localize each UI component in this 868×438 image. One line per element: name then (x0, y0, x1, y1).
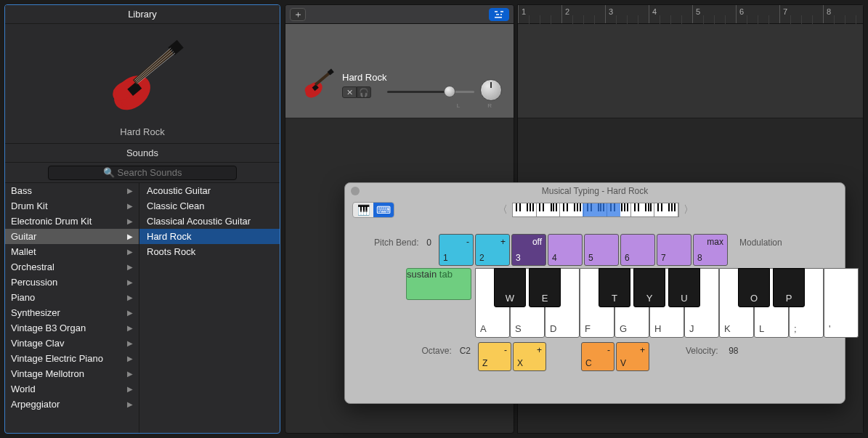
pitch-mod-key[interactable]: -1 (439, 234, 474, 266)
window-title: Musical Typing - Hard Rock (542, 186, 649, 196)
pitch-mod-key[interactable]: off3 (511, 234, 546, 266)
chevron-right-icon: ▶ (127, 214, 133, 229)
keyboard-view-button[interactable]: ⌨︎ (373, 203, 394, 217)
octave-label: Octave: (421, 346, 451, 356)
category-item[interactable]: Electronic Drum Kit▶ (5, 214, 139, 229)
category-item[interactable]: Drum Kit▶ (5, 198, 139, 214)
timeline-lane[interactable] (518, 24, 863, 118)
chevron-right-icon: ▶ (127, 229, 133, 244)
octave-velocity-keys: -Z+X-C+V (478, 342, 649, 371)
view-mode-segmented[interactable]: 🎹 ⌨︎ (352, 202, 394, 218)
piano-keyboard[interactable]: ASDFGHJKL;'WETYUOP (475, 268, 860, 338)
range-prev-button[interactable]: 〈 (498, 203, 508, 216)
preset-item[interactable]: Roots Rock (139, 244, 280, 259)
ruler-bar: 5 (692, 5, 700, 23)
track-toolbar: ＋ (285, 5, 514, 24)
category-item[interactable]: Mallet▶ (5, 244, 139, 259)
category-item[interactable]: Guitar▶ (5, 229, 139, 244)
pitch-mod-key[interactable]: +2 (475, 234, 510, 266)
category-item[interactable]: Vintage Mellotron▶ (5, 366, 139, 381)
pitch-mod-key[interactable]: 7 (657, 234, 691, 266)
chevron-right-icon: ▶ (127, 244, 133, 259)
preset-item[interactable]: Classic Clean (139, 198, 280, 214)
svg-line-6 (135, 49, 172, 81)
piano-view-button[interactable]: 🎹 (353, 203, 373, 217)
chevron-right-icon: ▶ (127, 366, 133, 381)
library-title: Library (5, 5, 280, 24)
black-key[interactable]: E (529, 268, 561, 307)
black-key[interactable]: T (599, 268, 630, 307)
category-item[interactable]: Vintage B3 Organ▶ (5, 320, 139, 336)
sounds-header: Sounds (5, 144, 280, 163)
ruler-bar: 4 (649, 5, 657, 23)
category-column[interactable]: Bass▶Drum Kit▶Electronic Drum Kit▶Guitar… (5, 183, 139, 433)
guitar-icon (88, 33, 197, 122)
black-key[interactable]: O (738, 268, 770, 307)
preset-item[interactable]: Classical Acoustic Guitar (139, 214, 280, 229)
svg-line-7 (137, 52, 174, 82)
sounds-search[interactable]: 🔍 Search Sounds (5, 163, 280, 183)
pan-lr-label: L R (457, 102, 505, 109)
svg-rect-3 (133, 47, 176, 84)
preset-item[interactable]: Acoustic Guitar (139, 183, 280, 198)
pitch-bend-value: 0 (426, 238, 431, 248)
pitch-mod-key[interactable]: max8 (693, 234, 728, 266)
ruler-bar: 1 (518, 5, 526, 23)
keyboard-range-nav: 〈 〉 (498, 203, 694, 217)
guitar-icon (296, 63, 339, 109)
category-item[interactable]: Percussion▶ (5, 275, 139, 290)
pitch-mod-key[interactable]: 4 (548, 234, 583, 266)
pan-knob[interactable] (480, 79, 502, 101)
sustain-key[interactable]: sustain tab (406, 268, 471, 300)
sustain-key-label: tab (439, 269, 453, 280)
window-titlebar[interactable]: Musical Typing - Hard Rock (345, 183, 845, 199)
ruler-bar: 2 (561, 5, 569, 23)
chevron-right-icon: ▶ (127, 275, 133, 290)
timeline-ruler[interactable]: 12345678 (518, 5, 863, 24)
pitch-mod-key[interactable]: 6 (620, 234, 655, 266)
category-item[interactable]: Vintage Clav▶ (5, 336, 139, 351)
chevron-right-icon: ▶ (127, 259, 133, 275)
modulation-label: Modulation (739, 238, 782, 248)
preset-column[interactable]: Acoustic GuitarClassic CleanClassical Ac… (139, 183, 280, 433)
black-key[interactable]: U (668, 268, 700, 307)
category-item[interactable]: Orchestral▶ (5, 259, 139, 275)
ruler-bar: 8 (823, 5, 831, 23)
black-key[interactable]: P (773, 268, 805, 307)
mute-button[interactable]: ✕ (342, 86, 357, 98)
black-key[interactable]: Y (633, 268, 665, 307)
octave-key[interactable]: +V (616, 342, 649, 371)
category-item[interactable]: Bass▶ (5, 183, 139, 198)
velocity-value: 98 (729, 346, 738, 356)
solo-button[interactable]: 🎧 (357, 86, 371, 98)
octave-key[interactable]: -Z (478, 342, 511, 371)
mini-keyboard-range[interactable] (512, 203, 679, 217)
add-track-button[interactable]: ＋ (290, 8, 306, 21)
track-filter-button[interactable] (489, 8, 509, 21)
octave-key[interactable]: -C (581, 342, 615, 371)
range-next-button[interactable]: 〉 (684, 203, 694, 216)
musical-typing-window[interactable]: Musical Typing - Hard Rock 🎹 ⌨︎ 〈 〉 Pitc… (344, 182, 845, 404)
search-icon: 🔍 (103, 167, 115, 178)
category-item[interactable]: Arpeggiator▶ (5, 397, 139, 412)
chevron-right-icon: ▶ (127, 320, 133, 336)
category-item[interactable]: Synthesizer▶ (5, 305, 139, 320)
volume-slider[interactable] (387, 88, 474, 95)
track-name: Hard Rock (342, 72, 386, 83)
white-key[interactable]: ' (824, 268, 859, 338)
pitch-mod-key[interactable]: 5 (584, 234, 619, 266)
chevron-right-icon: ▶ (127, 381, 133, 397)
octave-key[interactable]: +X (513, 342, 546, 371)
ruler-bar: 7 (779, 5, 787, 23)
track-row[interactable]: Hard Rock ✕ 🎧 L R (285, 24, 514, 118)
category-item[interactable]: Piano▶ (5, 290, 139, 305)
category-item[interactable]: Vintage Electric Piano▶ (5, 351, 139, 366)
chevron-right-icon: ▶ (127, 198, 133, 214)
track-mini-buttons: ✕ 🎧 (342, 86, 371, 98)
close-icon[interactable] (351, 187, 360, 195)
search-placeholder: Search Sounds (118, 167, 182, 178)
black-key[interactable]: W (494, 268, 526, 307)
sustain-label: sustain (407, 269, 437, 280)
preset-item[interactable]: Hard Rock (139, 229, 280, 244)
category-item[interactable]: World▶ (5, 381, 139, 397)
